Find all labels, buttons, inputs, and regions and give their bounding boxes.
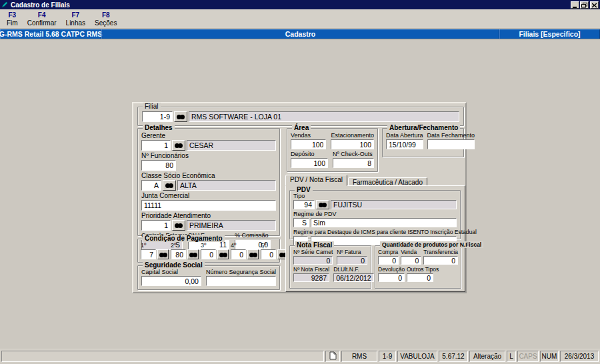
classe-lookup-button[interactable] [163, 180, 176, 191]
pdv-tipo-name-field: FUJITSU [331, 200, 457, 209]
junta-label: Junta Comercial [141, 192, 276, 199]
regime-pdv-input[interactable] [293, 218, 309, 227]
status-num-panel: NUM [540, 351, 559, 362]
outros-tipos-label: Outros Tipos [407, 266, 433, 273]
estacionamento-input[interactable] [331, 139, 374, 149]
minimize-button[interactable] [571, 1, 579, 9]
prioridade-name-field: PRIMEIRA [187, 220, 276, 231]
capital-social-input[interactable] [141, 276, 201, 286]
venda-label: Venda [401, 249, 421, 255]
regime-pdv-name-field: Sim [311, 218, 457, 227]
binoculars-icon [175, 143, 183, 148]
transferencia-input[interactable] [423, 256, 458, 265]
pdv-tabstrip: PDV / Nota Fiscal Farmacêutica / Atacado [285, 175, 427, 186]
outros-tipos-input[interactable] [407, 273, 433, 282]
cond3-label: 3º [201, 242, 230, 249]
checkouts-input[interactable] [333, 158, 374, 168]
close-button[interactable] [590, 1, 599, 9]
binoculars-icon [189, 252, 197, 257]
devolucao-label: Devolução [378, 266, 405, 273]
app-pencil-icon [1, 1, 8, 8]
f7-linhas-button[interactable]: F7 Linhas [62, 10, 89, 28]
transferencia-label: Transferencia [423, 249, 458, 255]
status-version-panel: 5.67.12 [439, 351, 468, 362]
cond4-lookup-button[interactable] [247, 249, 259, 259]
status-date-panel: 26/3/2013 [560, 351, 599, 362]
deposito-input[interactable] [291, 158, 328, 168]
abertura-fechamento-group: Abertura/Fechamento Data Abertura Data F… [382, 128, 464, 157]
filiais-form-panel: Filial RMS SOFTWARE - LOJA 01 Detalhes G… [132, 102, 467, 293]
venda-input[interactable] [401, 256, 421, 265]
classe-code-input[interactable] [141, 180, 161, 191]
cond2-lookup-button[interactable] [187, 249, 199, 259]
cond5-input[interactable] [261, 249, 276, 259]
checkouts-label: Nº Check-Outs [333, 151, 374, 157]
restore-button[interactable] [580, 1, 589, 9]
data-fechamento-input[interactable] [427, 139, 475, 149]
junta-input[interactable] [141, 200, 276, 211]
app-header-strip: G-RMS Retail 5.68 CATPC RMS Cadastro Fil… [0, 29, 600, 39]
regime-icms-label: Regime para Destaque de ICMS para client… [293, 229, 457, 235]
cond2-input[interactable] [171, 249, 186, 259]
funcionarios-label: Nº Funcionários [141, 152, 276, 159]
gerente-code-input[interactable] [141, 140, 171, 151]
seguridade-group-title: Seguridade Social [143, 261, 205, 269]
compra-label: Compra [378, 249, 399, 255]
status-message-panel [1, 351, 324, 362]
f8-secoes-button[interactable]: F8 Seções [91, 10, 121, 28]
numero-seguranca-input[interactable] [206, 276, 276, 286]
serie-carnet-label: Nº Série Carnet [293, 249, 333, 255]
mdi-client-area: Filial RMS SOFTWARE - LOJA 01 Detalhes G… [0, 39, 600, 349]
app-version-label: G-RMS Retail 5.68 CATPC RMS [0, 29, 101, 39]
devolucao-input[interactable] [378, 273, 405, 282]
filial-lookup-button[interactable] [174, 111, 187, 122]
tab-pdv-nota-fiscal[interactable]: PDV / Nota Fiscal [285, 175, 347, 186]
funcionarios-input[interactable] [141, 160, 176, 171]
cond2-label: 2º [171, 242, 200, 249]
quantidade-group-title: Quantidade de produtos por N.Fiscal [380, 241, 483, 248]
fatura-field: 0 [337, 256, 367, 265]
module-label: Cadastro [101, 29, 499, 39]
status-system-panel: RMS [341, 351, 377, 362]
cond1-lookup-button[interactable] [157, 249, 169, 259]
compra-input[interactable] [378, 256, 399, 265]
binoculars-icon [165, 183, 173, 188]
data-abertura-input[interactable] [386, 139, 423, 149]
classe-name-field: ALTA [177, 180, 276, 191]
cond1-input[interactable] [141, 249, 156, 259]
linhas-label: Linhas [66, 19, 85, 27]
serie-carnet-field: 0 [293, 256, 333, 265]
capital-social-label: Capital Social [141, 269, 201, 275]
fim-label: Fim [7, 19, 18, 27]
f4-key-label: F4 [27, 11, 57, 19]
seguridade-social-group: Seguridade Social Capital Social Número … [137, 265, 280, 290]
cond3-lookup-button[interactable] [217, 249, 229, 259]
window-titlebar: Cadastro de Filiais [0, 0, 600, 9]
nota-fiscal-field: 9287 [293, 273, 329, 282]
pdv-tipo-label: Tipo [293, 193, 457, 199]
filial-code-input[interactable] [142, 111, 173, 122]
cond4-label: 4º [231, 242, 260, 249]
nota-fiscal-group: Nota Fiscal Nº Série Carnet 0 Nº Fatura … [289, 245, 371, 289]
detalhes-group-title: Detalhes [143, 124, 175, 131]
pdv-tipo-input[interactable] [293, 200, 315, 209]
dt-ult-nf-field: 06/12/2012 [333, 273, 374, 282]
pdv-group: PDV Tipo FUJITSU Regime de PDV Sim Regim… [289, 190, 461, 239]
prioridade-code-input[interactable] [141, 220, 171, 231]
vendas-input[interactable] [291, 139, 326, 149]
gerente-lookup-button[interactable] [172, 140, 185, 151]
pdv-tipo-lookup-button[interactable] [316, 200, 329, 209]
prioridade-label: Prioridade Atendimento [141, 212, 276, 219]
status-bar: RMS 1-9 VABULOJA 5.67.12 Alteração L CAP… [0, 349, 600, 363]
area-group-title: Área [292, 124, 311, 131]
prioridade-lookup-button[interactable] [172, 220, 185, 231]
f8-key-label: F8 [95, 11, 117, 19]
nota-fiscal-label: Nº Nota Fiscal [293, 266, 329, 273]
f3-fim-button[interactable]: F3 Fim [3, 10, 22, 28]
f4-confirmar-button[interactable]: F4 Confirmar [23, 10, 61, 28]
cond3-input[interactable] [201, 249, 216, 259]
gerente-label: Gerente [141, 132, 276, 139]
gerente-name-field: CESAR [187, 140, 276, 151]
cond4-input[interactable] [231, 249, 246, 259]
classe-label: Classe Sócio Econômica [141, 172, 276, 179]
